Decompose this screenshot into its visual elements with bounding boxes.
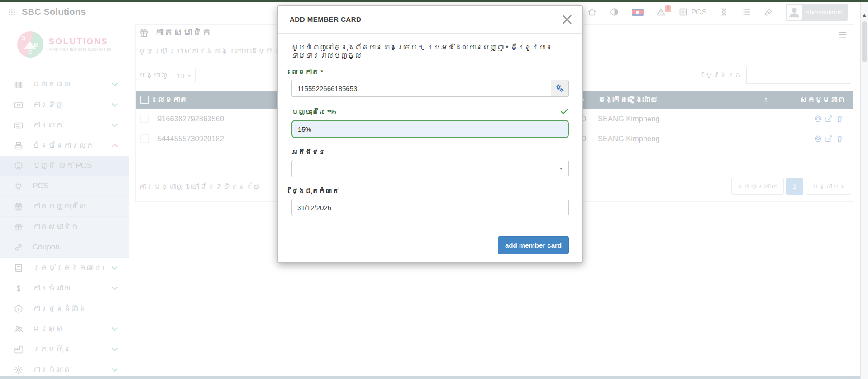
vertical-scrollbar[interactable]: [860, 2, 868, 379]
expiry-label: ថ្ងៃផុតកំណត់: [291, 187, 569, 195]
customer-select[interactable]: [291, 160, 569, 177]
generate-card-number-button[interactable]: [551, 80, 569, 97]
customer-label: អតិថិជន: [291, 148, 569, 156]
caret-down-icon: [559, 168, 563, 170]
add-member-card-modal: ADD MEMBER CARD សូមបំពេញនៅក្នុងព័តមានខាង…: [277, 5, 583, 263]
discount-input[interactable]: [291, 120, 569, 138]
card-number-input[interactable]: [291, 80, 551, 97]
horizontal-scrollbar[interactable]: [0, 376, 860, 379]
gears-icon: [555, 83, 565, 93]
expiry-date-input[interactable]: [291, 199, 569, 216]
screen: SBC Solutions 2 POS sbcsolutions S B C: [0, 0, 868, 379]
add-member-card-button[interactable]: add member card: [498, 236, 569, 254]
modal-intro: សូមបំពេញនៅក្នុងព័តមានខាងក្រោម។ ប្រអប់ដែល…: [291, 43, 569, 60]
valid-check-icon: [560, 107, 569, 116]
top-accent-strip: [0, 0, 868, 2]
close-icon[interactable]: [559, 11, 575, 28]
discount-label: បញ្ចុះតំលៃ *%: [291, 107, 569, 116]
modal-title: ADD MEMBER CARD: [290, 15, 361, 23]
scrollbar-thumb[interactable]: [862, 21, 867, 62]
card-number-label: លេខកាត *: [291, 68, 569, 76]
scroll-up-arrow[interactable]: [863, 14, 866, 17]
